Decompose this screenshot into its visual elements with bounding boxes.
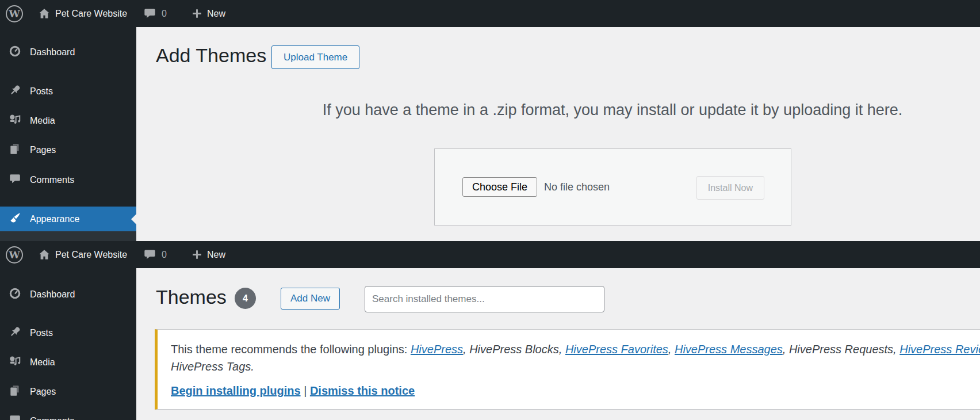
home-icon xyxy=(38,249,51,261)
theme-count-badge: 4 xyxy=(235,288,256,309)
admin-bar-comments-link[interactable]: 0 xyxy=(143,241,167,268)
sidebar-item-comments[interactable]: Comments xyxy=(0,410,136,420)
admin-bar: W Pet Care Website 0 New xyxy=(0,0,980,27)
site-name-label: Pet Care Website xyxy=(55,250,127,260)
page-title: Themes xyxy=(156,285,227,309)
sidebar-item-label: Comments xyxy=(30,175,74,185)
no-file-chosen-text: No file chosen xyxy=(544,181,610,193)
plugin-name-hivepress-requests: HivePress Requests xyxy=(789,343,893,356)
plugin-name-hivepress-blocks: HivePress Blocks xyxy=(469,343,559,356)
wordpress-logo-button[interactable]: W xyxy=(6,241,23,268)
plus-icon xyxy=(191,249,203,261)
sidebar-item-label: Dashboard xyxy=(30,289,75,300)
install-now-button[interactable]: Install Now xyxy=(696,176,764,200)
dashboard-icon xyxy=(9,45,21,60)
admin-bar: W Pet Care Website 0 New xyxy=(0,241,980,268)
comment-bubble-icon xyxy=(143,248,156,261)
site-name-link[interactable]: Pet Care Website xyxy=(38,241,127,268)
sidebar-item-dashboard[interactable]: Dashboard xyxy=(0,283,136,306)
plugin-link-hivepress[interactable]: HivePress xyxy=(411,343,463,356)
site-name-label: Pet Care Website xyxy=(55,9,127,19)
notice-actions: Begin installing plugins | Dismiss this … xyxy=(171,382,980,399)
home-icon xyxy=(38,7,51,20)
comment-count: 0 xyxy=(162,9,167,19)
sidebar-item-media[interactable]: Media xyxy=(0,351,136,374)
wordpress-admin-screenshot: W Pet Care Website 0 New Dashboard Posts xyxy=(0,0,980,420)
search-themes-input[interactable] xyxy=(365,286,604,312)
wordpress-logo-button[interactable]: W xyxy=(6,0,23,27)
admin-sidebar: Dashboard Posts Media Pages Comments xyxy=(0,268,136,420)
wordpress-logo-icon: W xyxy=(6,246,23,264)
plugin-recommendation-notice: This theme recommends the following plug… xyxy=(155,329,980,410)
plugin-link-hivepress-messages[interactable]: HivePress Messages xyxy=(675,343,783,356)
sidebar-item-label: Dashboard xyxy=(30,47,75,58)
comment-count: 0 xyxy=(162,250,167,260)
appearance-submenu-strip xyxy=(0,231,136,241)
plugin-link-hivepress-favorites[interactable]: HivePress Favorites xyxy=(565,343,668,356)
current-item-arrow xyxy=(131,214,136,224)
sidebar-item-label: Comments xyxy=(30,416,74,420)
page-title: Add Themes xyxy=(156,44,266,67)
comments-icon xyxy=(9,173,21,188)
notice-intro: This theme recommends the following plug… xyxy=(171,343,411,356)
themes-screen: W Pet Care Website 0 New Dashboard Posts xyxy=(0,241,980,420)
dismiss-notice-link[interactable]: Dismiss this notice xyxy=(310,384,415,397)
sidebar-item-pages[interactable]: Pages xyxy=(0,139,136,162)
admin-bar-new-link[interactable]: New xyxy=(191,241,225,268)
dashboard-icon xyxy=(9,287,21,302)
comment-bubble-icon xyxy=(143,7,156,20)
notice-text-line2: HivePress Tags. xyxy=(171,358,980,375)
plugin-link-hivepress-reviews[interactable]: HivePress Reviews xyxy=(899,343,980,356)
admin-bar-comments-link[interactable]: 0 xyxy=(143,0,167,27)
sidebar-item-label: Pages xyxy=(30,145,56,155)
sidebar-item-posts[interactable]: Posts xyxy=(0,322,136,345)
plus-icon xyxy=(191,7,203,20)
plugin-name-hivepress-tags: HivePress Tags. xyxy=(171,360,254,373)
comments-icon xyxy=(9,414,21,420)
wordpress-logo-icon: W xyxy=(6,5,23,22)
upload-instruction-text: If you have a theme in a .zip format, yo… xyxy=(136,101,980,119)
add-themes-screen: W Pet Care Website 0 New Dashboard Posts xyxy=(0,0,980,241)
admin-sidebar: Dashboard Posts Media Pages Comments App… xyxy=(0,27,136,241)
upload-theme-button[interactable]: Upload Theme xyxy=(271,45,359,69)
media-icon xyxy=(9,355,21,370)
pages-icon xyxy=(9,384,21,399)
sidebar-item-appearance[interactable]: Appearance xyxy=(0,207,136,231)
new-label: New xyxy=(207,250,225,260)
sidebar-item-dashboard[interactable]: Dashboard xyxy=(0,41,136,64)
sidebar-item-label: Appearance xyxy=(30,214,79,224)
sidebar-item-pages[interactable]: Pages xyxy=(0,380,136,403)
sidebar-item-media[interactable]: Media xyxy=(0,109,136,132)
notice-text-line1: This theme recommends the following plug… xyxy=(171,341,980,358)
new-label: New xyxy=(207,9,225,19)
paintbrush-icon xyxy=(9,212,21,227)
sidebar-item-label: Media xyxy=(30,116,55,126)
admin-bar-new-link[interactable]: New xyxy=(191,0,225,27)
pages-icon xyxy=(9,143,21,158)
sidebar-item-label: Media xyxy=(30,357,55,368)
sidebar-item-comments[interactable]: Comments xyxy=(0,169,136,192)
pushpin-icon xyxy=(9,326,21,341)
begin-installing-plugins-link[interactable]: Begin installing plugins xyxy=(171,384,301,397)
pushpin-icon xyxy=(9,84,21,99)
sidebar-item-label: Pages xyxy=(30,387,56,397)
sidebar-item-posts[interactable]: Posts xyxy=(0,80,136,103)
sidebar-item-label: Posts xyxy=(30,86,53,97)
sidebar-item-label: Posts xyxy=(30,328,53,338)
choose-file-button[interactable]: Choose File xyxy=(462,177,537,197)
site-name-link[interactable]: Pet Care Website xyxy=(38,0,127,27)
add-new-button[interactable]: Add New xyxy=(281,288,340,310)
media-icon xyxy=(9,113,21,128)
theme-upload-form: Choose File No file chosen Install Now xyxy=(434,148,791,226)
